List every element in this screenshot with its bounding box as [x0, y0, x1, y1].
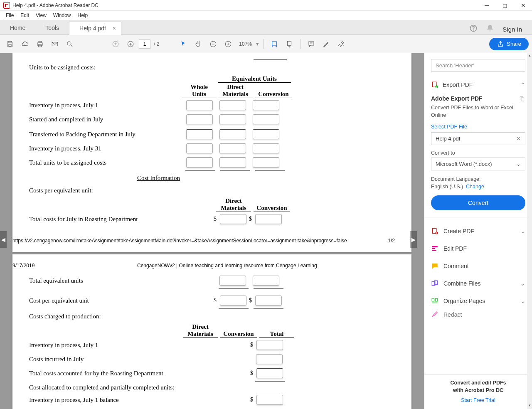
menu-edit[interactable]: Edit — [17, 12, 32, 19]
form-input[interactable] — [219, 129, 246, 139]
document-scroll[interactable]: Units to be assigned costs: Equivalent U… — [0, 53, 424, 409]
chevron-down-icon: ⌄ — [520, 280, 525, 287]
form-input[interactable] — [255, 214, 282, 224]
form-input[interactable] — [219, 276, 246, 286]
form-input[interactable] — [220, 296, 246, 306]
tool-organize[interactable]: Organize Pages⌄ — [424, 292, 532, 310]
svg-point-1 — [473, 30, 474, 30]
notifications-icon[interactable] — [486, 24, 494, 34]
toolbar: / 2 107%▾ Share — [0, 35, 532, 53]
hand-tool-icon[interactable] — [192, 37, 205, 51]
tab-home[interactable]: Home — [0, 21, 35, 34]
svg-rect-2 — [9, 41, 11, 43]
panel-scrollbar[interactable]: ▴ ▾ — [527, 53, 532, 409]
highlight-icon[interactable] — [320, 37, 333, 51]
fit-page-icon[interactable] — [283, 37, 296, 51]
share-button[interactable]: Share — [489, 38, 529, 50]
chevron-down-icon: ⌄ — [520, 298, 525, 304]
close-window-button[interactable]: ✕ — [518, 1, 529, 10]
start-trial-link[interactable]: Start Free Trial — [429, 397, 528, 403]
form-input[interactable] — [219, 114, 246, 124]
zoom-level[interactable]: 107% — [236, 41, 254, 47]
minimize-button[interactable]: ─ — [481, 1, 492, 10]
form-input[interactable] — [220, 214, 246, 224]
export-pdf-header[interactable]: Export PDF ⌃ — [424, 76, 532, 94]
close-tab-icon[interactable]: × — [113, 25, 116, 32]
signin-button[interactable]: Sign In — [502, 26, 522, 33]
col-equivalent-units: Equivalent Units — [218, 75, 291, 83]
page-up-icon[interactable] — [109, 37, 122, 51]
share-label: Share — [507, 41, 521, 47]
form-input[interactable] — [256, 368, 283, 378]
pdf-page-2: 9/17/2019 CengageNOWv2 | Online teaching… — [12, 254, 411, 409]
page-down-icon[interactable] — [124, 37, 137, 51]
tab-document[interactable]: Help 4.pdf × — [69, 22, 121, 35]
form-input[interactable] — [256, 354, 283, 364]
maximize-button[interactable]: ◻ — [500, 1, 510, 10]
tool-comment[interactable]: Comment — [424, 257, 532, 275]
form-input[interactable] — [255, 296, 282, 306]
selection-tool-icon[interactable] — [177, 37, 190, 51]
chevron-down-icon: ⌄ — [516, 161, 521, 167]
tool-edit-pdf[interactable]: Edit PDF — [424, 240, 532, 257]
zoom-in-icon[interactable] — [222, 37, 235, 51]
search-icon[interactable] — [63, 37, 76, 51]
footer-page-num: 1/2 — [388, 238, 395, 244]
form-input[interactable] — [253, 143, 279, 153]
page-number-input[interactable] — [139, 39, 150, 49]
email-icon[interactable] — [48, 37, 62, 51]
chevron-up-icon: ⌃ — [520, 81, 525, 88]
form-input[interactable] — [256, 395, 283, 405]
form-input[interactable] — [186, 143, 213, 153]
remove-file-icon[interactable]: ✕ — [516, 136, 521, 142]
form-input[interactable] — [186, 100, 213, 110]
change-language-link[interactable]: Change — [466, 184, 484, 190]
form-input[interactable] — [186, 158, 213, 168]
format-select[interactable]: Microsoft Word (*.docx) ⌄ — [431, 158, 525, 170]
form-input[interactable] — [186, 114, 213, 124]
comment-icon[interactable] — [305, 37, 318, 51]
menu-window[interactable]: Window — [50, 12, 74, 19]
tools-panel: Search 'Header' Export PDF ⌃ Adobe Expor… — [424, 53, 532, 409]
form-input[interactable] — [253, 276, 279, 286]
sign-icon[interactable] — [335, 37, 348, 51]
help-icon[interactable] — [469, 24, 478, 34]
cloud-icon — [519, 95, 525, 102]
form-input[interactable] — [253, 158, 279, 168]
tab-document-label: Help 4.pdf — [79, 25, 106, 32]
prev-page-arrow[interactable]: ◀ — [0, 231, 7, 248]
text: Units to be assigned costs: — [29, 64, 183, 71]
form-input[interactable] — [219, 143, 246, 153]
form-input[interactable] — [219, 158, 246, 168]
form-input[interactable] — [256, 340, 283, 350]
chevron-down-icon: ⌄ — [520, 228, 525, 234]
svg-point-8 — [67, 42, 71, 45]
tool-redact[interactable]: Redact — [424, 310, 532, 318]
print-icon[interactable] — [33, 37, 47, 51]
pdf-file-icon — [3, 2, 10, 9]
svg-rect-18 — [521, 98, 524, 101]
tab-tools[interactable]: Tools — [35, 21, 69, 34]
select-pdf-link[interactable]: Select PDF File — [431, 124, 525, 130]
form-input[interactable] — [186, 129, 213, 139]
form-input[interactable] — [219, 100, 246, 110]
fit-width-icon[interactable] — [268, 37, 281, 51]
svg-rect-14 — [288, 41, 291, 46]
tool-combine[interactable]: Combine Files⌄ — [424, 275, 532, 292]
selected-file-chip: Help 4.pdf ✕ — [431, 132, 525, 145]
form-input[interactable] — [253, 129, 279, 139]
tool-create-pdf[interactable]: Create PDF⌄ — [424, 222, 532, 240]
cloud-icon[interactable] — [18, 37, 32, 51]
next-page-arrow[interactable]: ▶ — [410, 231, 417, 248]
menu-file[interactable]: File — [2, 12, 17, 19]
form-input[interactable] — [253, 100, 279, 110]
search-input[interactable]: Search 'Header' — [431, 59, 525, 72]
menu-help[interactable]: Help — [74, 12, 91, 19]
convert-button[interactable]: Convert — [431, 195, 525, 210]
form-input[interactable] — [253, 114, 279, 124]
zoom-out-icon[interactable] — [207, 37, 220, 51]
window-title: Help 4.pdf - Adobe Acrobat Reader DC — [12, 2, 99, 8]
save-icon[interactable] — [3, 37, 17, 51]
tabbar: Home Tools Help 4.pdf × Sign In — [0, 20, 532, 35]
menu-view[interactable]: View — [32, 12, 50, 19]
